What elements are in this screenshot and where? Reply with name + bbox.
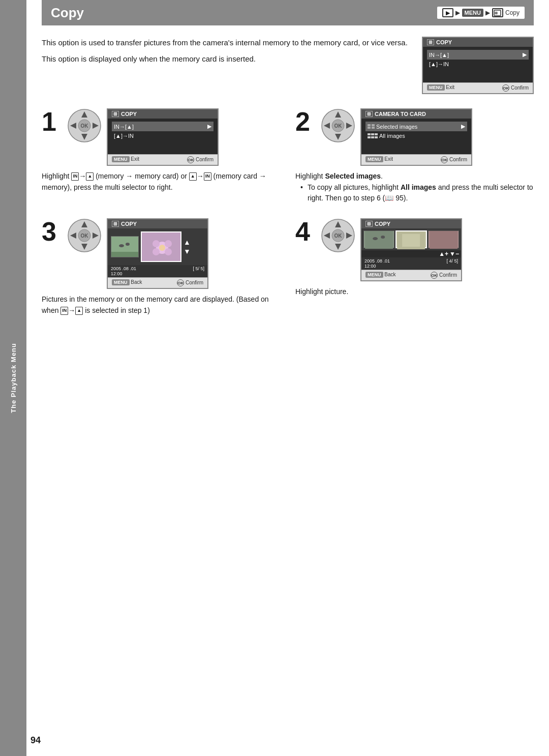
steps-grid: 1 OK xyxy=(42,108,534,316)
step-4-description: Highlight picture. xyxy=(295,286,534,298)
header-bar: Copy ▶ ▶ MENU ▶ ⊞ Copy xyxy=(42,0,534,25)
svg-point-24 xyxy=(119,244,124,247)
page-title: Copy xyxy=(51,5,437,21)
page-number: 94 xyxy=(30,735,41,746)
main-content: Copy ▶ ▶ MENU ▶ ⊞ Copy This option is us… xyxy=(26,0,549,336)
step-3-content: OK ⊞ COPY xyxy=(67,218,208,289)
step-1-item2: [▲]→IN xyxy=(112,131,214,140)
svg-point-25 xyxy=(126,243,130,246)
step-4-info: 2005 .08 .01 12:00 [ 4/ 5] xyxy=(361,257,461,270)
step-1-description: Highlight IN→▲ (memory → memory card) or… xyxy=(42,171,280,193)
svg-point-32 xyxy=(152,248,160,255)
step-2-bullets: To copy all pictures, highlight All imag… xyxy=(295,182,534,204)
step-4-images xyxy=(361,228,461,250)
step-3-screen-footer: MENU Back OK Confirm xyxy=(108,277,207,288)
intro-text: This option is used to transfer pictures… xyxy=(42,37,412,94)
step-1-dpad: OK xyxy=(67,108,102,143)
svg-rect-45 xyxy=(402,234,420,247)
step-1: 1 OK xyxy=(42,108,280,206)
breadcrumb: ▶ ▶ MENU ▶ ⊞ Copy xyxy=(437,7,525,19)
step-3-info: 2005 .08 .01 12:00 [ 5/ 5] xyxy=(108,265,207,277)
step-4-header: 4 OK xyxy=(295,218,534,281)
step-4-screen-title: ⊞ COPY xyxy=(361,219,461,228)
arrow1: ▶ xyxy=(455,9,460,16)
step-4-number: 4 xyxy=(295,218,314,245)
step-4-screen: ⊞ COPY xyxy=(360,218,462,281)
step-4-thumb2-selected xyxy=(395,230,426,248)
step-1-screen: ⊞ COPY IN→[▲] ▶ [▲]→IN xyxy=(107,108,219,166)
step-4: 4 OK xyxy=(295,218,534,316)
svg-rect-47 xyxy=(430,231,458,249)
step-3-thumb2-selected xyxy=(141,231,181,262)
step-1-content: OK ⊞ COPY IN→[▲] ▶ xyxy=(67,108,219,166)
step-2-screen-title: ⊞ CAMERA TO CARD xyxy=(361,109,471,119)
step-3-number: 3 xyxy=(42,218,60,245)
menu-label: MENU xyxy=(462,9,483,17)
breadcrumb-copy-text: Copy xyxy=(505,9,520,16)
svg-point-29 xyxy=(159,245,165,251)
step-3-images: ▲ ▼ xyxy=(108,228,207,265)
svg-text:OK: OK xyxy=(81,123,89,129)
step-4-arrows: ▲+ ▼− xyxy=(361,250,461,257)
step-2-screen: ⊞ CAMERA TO CARD xyxy=(360,108,472,166)
play-icon: ▶ xyxy=(442,8,453,17)
step-2-content: OK ⊞ CAMERA TO CARD xyxy=(321,108,472,166)
step-1-item1: IN→[▲] ▶ xyxy=(112,122,214,131)
step-2: 2 OK xyxy=(295,108,534,206)
svg-point-43 xyxy=(381,236,385,239)
step-2-dpad: OK xyxy=(321,108,355,143)
sidebar: The Playback Menu xyxy=(0,0,26,756)
arrow2: ▶ xyxy=(485,9,490,16)
intro-section: This option is used to transfer pictures… xyxy=(42,37,534,94)
step-1-screen-footer: MENU Exit OK Confirm xyxy=(108,154,218,165)
step-1-number: 1 xyxy=(42,108,60,135)
top-item1: IN→[▲] ▶ xyxy=(427,50,529,60)
svg-point-30 xyxy=(152,240,160,247)
step-3-arrows: ▲ ▼ xyxy=(184,238,191,255)
step-2-screen-footer: MENU Exit OK Confirm xyxy=(361,154,471,165)
top-copy-screen: ⊞ COPY IN→[▲] ▶ [▲]→IN MENU Exit OK Conf… xyxy=(422,37,534,94)
step-3-thumb1 xyxy=(111,236,139,257)
svg-text:OK: OK xyxy=(334,233,343,239)
step-2-bullet1: To copy all pictures, highlight All imag… xyxy=(300,182,534,204)
step-4-dpad: OK xyxy=(321,218,355,253)
svg-point-33 xyxy=(165,248,172,255)
step-1-header: 1 OK xyxy=(42,108,280,166)
step-2-description: Highlight Selected images. To copy all p… xyxy=(295,171,534,206)
copy-menu-icon: ⊞ xyxy=(492,8,503,17)
step-2-header: 2 OK xyxy=(295,108,534,166)
svg-text:OK: OK xyxy=(334,123,343,129)
step-3-description: Pictures in the memory or on the memory … xyxy=(42,294,280,316)
step-2-screen-body: Selected images ▶ xyxy=(361,119,471,154)
svg-point-42 xyxy=(373,237,378,240)
step-4-thumb3 xyxy=(428,230,459,248)
step-3-screen-title: ⊞ COPY xyxy=(108,219,207,228)
svg-text:⊞: ⊞ xyxy=(495,11,498,15)
top-screen-title: ⊞ COPY xyxy=(423,38,533,47)
svg-point-31 xyxy=(165,240,172,247)
svg-rect-26 xyxy=(111,252,139,257)
svg-rect-41 xyxy=(365,231,393,249)
step-3-header: 3 OK xyxy=(42,218,280,289)
intro-paragraph1: This option is used to transfer pictures… xyxy=(42,37,412,49)
intro-paragraph2: This option is displayed only when the m… xyxy=(42,53,412,65)
sidebar-label: The Playback Menu xyxy=(10,343,17,413)
step-4-screen-footer: MENU Back OK Confirm xyxy=(361,270,461,280)
step-2-number: 2 xyxy=(295,108,314,135)
top-screen-footer: MENU Exit OK Confirm xyxy=(423,82,533,93)
step-1-screen-body: IN→[▲] ▶ [▲]→IN xyxy=(108,119,218,154)
top-screen-body: IN→[▲] ▶ [▲]→IN xyxy=(423,47,533,82)
svg-text:OK: OK xyxy=(81,233,89,239)
step-3-screen: ⊞ COPY xyxy=(107,218,208,289)
step-2-item2: All images xyxy=(365,131,467,140)
step-4-thumb1 xyxy=(363,230,394,248)
step-2-item1: Selected images ▶ xyxy=(365,122,467,131)
step-3-dpad: OK xyxy=(67,218,102,253)
step-1-screen-title: ⊞ COPY xyxy=(108,109,218,119)
step-4-content: OK ⊞ COPY xyxy=(321,218,462,281)
top-item2: [▲]→IN xyxy=(427,60,529,69)
step-3: 3 OK xyxy=(42,218,280,316)
